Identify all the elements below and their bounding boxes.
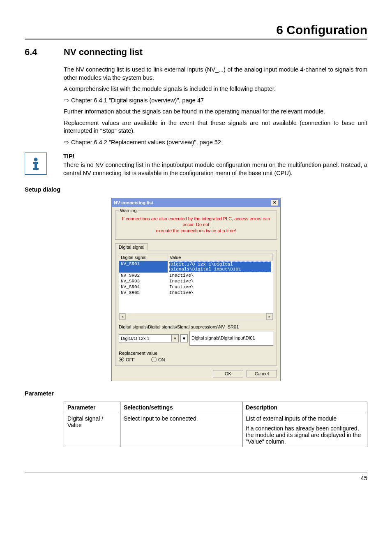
scroll-right-icon[interactable]: ► bbox=[266, 313, 273, 320]
cross-ref: ⇨Chapter 6.4.2 "Replacement values (over… bbox=[64, 139, 367, 147]
radio-on-label: ON bbox=[158, 357, 165, 362]
td-description: List of external inputs of the module If… bbox=[242, 413, 367, 447]
list-cell-value: Inactive\ bbox=[168, 290, 273, 296]
section-heading: 6.4 NV connecting list bbox=[25, 47, 367, 58]
tab-panel: Digital signal Value NV_SR01 Digit.I/O 1… bbox=[115, 250, 277, 366]
horizontal-scrollbar[interactable]: ◄ ► bbox=[119, 313, 273, 320]
dialog-titlebar[interactable]: NV connecting list ✕ bbox=[112, 198, 280, 207]
list-item[interactable]: NV_SR04 Inactive\ bbox=[119, 284, 273, 290]
col-header-value[interactable]: Value bbox=[168, 254, 273, 261]
signal-select-value[interactable]: Digital signals\Digital input\DI01 bbox=[189, 331, 273, 346]
radio-on[interactable]: ON bbox=[151, 357, 165, 362]
col-header-signal[interactable]: Digital signal bbox=[119, 254, 168, 261]
radio-off-label: OFF bbox=[126, 357, 135, 362]
cancel-button[interactable]: Cancel bbox=[247, 370, 277, 377]
close-icon[interactable]: ✕ bbox=[271, 199, 278, 206]
chevron-down-icon: ▼ bbox=[182, 336, 187, 341]
td-selection: Select input to be connected. bbox=[120, 413, 242, 447]
list-cell-name: NV_SR01 bbox=[119, 261, 168, 273]
table-header-row: Parameter Selection/settings Description bbox=[64, 402, 367, 413]
desc-line1: List of external inputs of the module bbox=[246, 415, 364, 422]
list-item[interactable]: NV_SR02 Inactive\ bbox=[119, 273, 273, 278]
table-row: Digital signal / Value Select input to b… bbox=[64, 413, 367, 447]
arrow-icon: ⇨ bbox=[64, 139, 71, 147]
svg-rect-2 bbox=[35, 162, 37, 169]
list-cell-name: NV_SR02 bbox=[119, 273, 168, 278]
nv-connecting-list-dialog: NV connecting list ✕ Warning If connecti… bbox=[111, 198, 281, 381]
section-title: NV connecting list bbox=[64, 47, 143, 58]
list-cell-value: Inactive\ bbox=[168, 284, 273, 290]
warning-text-line1: If connections are also executed by the … bbox=[122, 216, 270, 227]
desc-line2: If a connection has already been configu… bbox=[246, 425, 364, 445]
divider-top bbox=[25, 39, 367, 39]
dialog-title-text: NV connecting list bbox=[114, 200, 153, 205]
svg-rect-3 bbox=[33, 168, 39, 170]
list-item[interactable]: NV_SR01 Digit.I/O 12x 1\Digital signals\… bbox=[119, 261, 273, 273]
cross-ref-text: Chapter 6.4.1 "Digital signals (overview… bbox=[71, 97, 204, 104]
paragraph: A comprehensive list with the module sig… bbox=[64, 85, 367, 93]
divider-bottom bbox=[25, 472, 367, 472]
info-icon bbox=[25, 153, 47, 175]
radio-off[interactable]: OFF bbox=[119, 357, 135, 362]
ok-button[interactable]: OK bbox=[213, 370, 243, 377]
page-number: 45 bbox=[25, 475, 367, 481]
th-parameter: Parameter bbox=[64, 402, 120, 413]
tab-digital-signal[interactable]: Digital signal bbox=[115, 243, 148, 250]
module-select-value: Digit.I/O 12x 1 bbox=[121, 336, 150, 341]
chapter-title: 6 Configuration bbox=[25, 23, 367, 37]
th-description: Description bbox=[242, 402, 367, 413]
scroll-left-icon[interactable]: ◄ bbox=[119, 313, 126, 320]
arrow-icon: ⇨ bbox=[64, 97, 71, 105]
tip-label: TIP! bbox=[63, 153, 367, 161]
list-cell-value: Inactive\ bbox=[168, 273, 273, 278]
signal-listbox[interactable]: Digital signal Value NV_SR01 Digit.I/O 1… bbox=[119, 254, 273, 320]
subheading-parameter: Parameter bbox=[25, 390, 367, 397]
expand-select[interactable]: ▼ bbox=[180, 334, 188, 342]
section-number: 6.4 bbox=[25, 47, 64, 58]
list-cell-name: NV_SR04 bbox=[119, 284, 168, 290]
list-cell-name: NV_SR05 bbox=[119, 290, 168, 296]
radio-icon bbox=[151, 357, 157, 362]
list-cell-value: Digit.I/O 12x 1\Digital signals\Digital … bbox=[169, 261, 271, 272]
paragraph: Further information about the signals ca… bbox=[64, 108, 367, 116]
svg-point-0 bbox=[34, 157, 38, 161]
tip-block: TIP! There is no NV connecting list in t… bbox=[25, 153, 367, 178]
td-param: Digital signal / Value bbox=[64, 413, 120, 447]
warning-fieldset: Warning If connections are also executed… bbox=[115, 210, 277, 240]
paragraph: Replacement values are available in the … bbox=[64, 119, 367, 135]
warning-legend: Warning bbox=[119, 208, 138, 213]
cross-ref-text: Chapter 6.4.2 "Replacement values (overv… bbox=[71, 139, 221, 146]
subheading-setup: Setup dialog bbox=[25, 186, 367, 193]
listbox-header: Digital signal Value bbox=[119, 254, 273, 261]
list-cell-name: NV_SR03 bbox=[119, 278, 168, 284]
tip-text: There is no NV connecting list in the in… bbox=[63, 161, 367, 177]
chevron-down-icon[interactable]: ▼ bbox=[171, 335, 178, 342]
list-cell-value: Inactive\ bbox=[168, 278, 273, 284]
th-selection: Selection/settings bbox=[120, 402, 242, 413]
replacement-value-label: Replacement value bbox=[119, 351, 273, 356]
list-item[interactable]: NV_SR05 Inactive\ bbox=[119, 290, 273, 296]
body-text: The NV connecting list is used to link e… bbox=[64, 66, 367, 147]
list-item[interactable]: NV_SR03 Inactive\ bbox=[119, 278, 273, 284]
selection-path: Digital signals\Digital signals\Signal s… bbox=[119, 324, 273, 329]
module-select[interactable]: Digit.I/O 12x 1 ▼ bbox=[119, 334, 179, 342]
radio-icon bbox=[119, 357, 124, 362]
paragraph: The NV connecting list is used to link e… bbox=[64, 66, 367, 82]
cross-ref: ⇨Chapter 6.4.1 "Digital signals (overvie… bbox=[64, 97, 367, 105]
parameter-table: Parameter Selection/settings Description… bbox=[64, 402, 367, 447]
warning-text-line2: execute the connections twice at a time! bbox=[156, 228, 236, 233]
